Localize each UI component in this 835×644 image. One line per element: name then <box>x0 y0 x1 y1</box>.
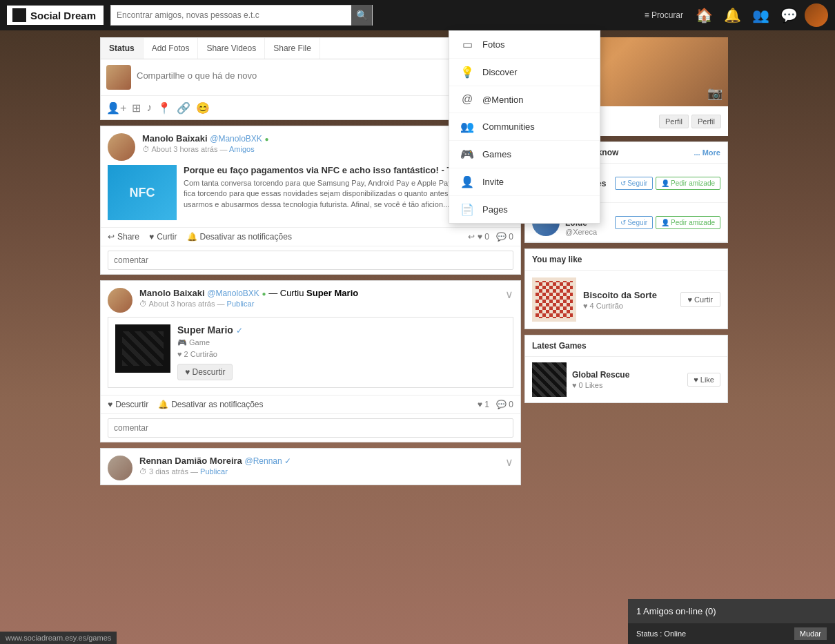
music-icon[interactable]: ♪ <box>146 101 152 114</box>
follow-button-1[interactable]: ↺ Seguir <box>615 177 653 190</box>
profile-btn-2[interactable]: Perfil <box>691 115 721 128</box>
post-card-3: Rennan Damião Moreira @Rennan ✓ ⏱ 3 dias… <box>100 448 521 485</box>
games-icon: 🎮 <box>460 148 474 161</box>
menu-label-pages: Pages <box>482 204 508 215</box>
descurtir-btn-inner[interactable]: ♥ Descurtir <box>177 364 233 380</box>
game-info-1: Global Rescue ♥ 0 Likes <box>572 370 682 389</box>
like-thumbnail-1 <box>532 277 576 322</box>
mudar-button[interactable]: Mudar <box>794 627 827 640</box>
chat-status-label: Status : Online <box>636 630 686 638</box>
latest-games-section: Latest Games Global Rescue ♥ 0 Likes ♥ L… <box>524 335 728 403</box>
logo-icon <box>12 8 26 22</box>
communities-icon: 👥 <box>460 120 474 133</box>
game-likes-1: ♥ 0 Likes <box>572 381 682 389</box>
menu-item-invite[interactable]: 👤 Invite <box>449 168 600 196</box>
notif-button-1[interactable]: 🔔 Desativar as notificações <box>187 232 292 242</box>
menu-label-games: Games <box>482 149 511 159</box>
post-link-3[interactable]: Publicar <box>200 467 228 476</box>
link-icon[interactable]: 🔗 <box>177 101 190 115</box>
tab-share-file[interactable]: Share File <box>265 38 320 59</box>
post-counts-1: ↩ ♥ 0 💬 0 <box>468 232 513 242</box>
friend-button-1[interactable]: 👤 Pedir amizade <box>656 177 720 190</box>
post-avatar-2 <box>108 288 132 313</box>
menu-item-pages[interactable]: 📄 Pages <box>449 196 600 223</box>
post-chevron-3[interactable]: ∨ <box>505 456 513 469</box>
person-buttons-2: ↺ Seguir 👤 Pedir amizade <box>615 216 720 229</box>
follow-button-2[interactable]: ↺ Seguir <box>615 216 653 229</box>
emoji-icon[interactable]: 😊 <box>196 101 210 115</box>
notifications-button[interactable]: 🔔 <box>720 6 745 25</box>
post-link-2[interactable]: Publicar <box>227 300 255 308</box>
pages-icon: 📄 <box>460 203 474 216</box>
descurtir-button-2[interactable]: ♥ Descurtir <box>108 400 148 409</box>
latest-games-title: Latest Games <box>532 341 587 351</box>
post-handle-1: @ManoloBXK <box>210 134 262 144</box>
home-button[interactable]: 🏠 <box>691 6 717 25</box>
game-like-button-1[interactable]: ♥ Like <box>687 373 720 387</box>
menu-label-communities: Communities <box>482 121 535 132</box>
camera-icon: 📷 <box>707 86 723 101</box>
game-item-1: Global Rescue ♥ 0 Likes ♥ Like <box>525 357 727 402</box>
menu-item-mention[interactable]: @ @Mention <box>449 86 600 113</box>
article-thumbnail-1 <box>108 165 177 220</box>
verified-badge-3: ✓ <box>284 456 291 466</box>
tab-add-fotos[interactable]: Add Fotos <box>144 38 199 59</box>
fotos-icon: ▭ <box>460 38 474 51</box>
search-button[interactable]: 🔍 <box>351 5 372 26</box>
add-friend-icon-2: 👤 <box>661 219 669 226</box>
you-may-like-title: You may like <box>532 255 582 264</box>
curtir-like-button[interactable]: ♥ Curtir <box>680 292 720 307</box>
top-navigation: Social Dream 🔍 ≡ Procurar 🏠 🔔 👥 💬 <box>0 0 835 30</box>
comment-count-1: 💬 0 <box>496 232 513 242</box>
post-handle-3: @Rennan <box>244 456 282 466</box>
follow-icon-1: ↺ <box>620 179 626 187</box>
menu-label-fotos: Fotos <box>482 39 505 50</box>
post-username-row-3: Rennan Damião Moreira @Rennan ✓ <box>139 456 505 466</box>
location-icon[interactable]: 📍 <box>157 101 171 115</box>
liked-game-likes: ♥ 2 Curtirão <box>177 350 243 358</box>
post-avatar-1 <box>108 133 135 161</box>
comment-box-1 <box>101 246 520 274</box>
tab-share-videos[interactable]: Share Videos <box>198 38 265 59</box>
composer-avatar <box>106 65 131 90</box>
dropdown-menu: ▭ Fotos 💡 Discover @ @Mention 👥 Communit… <box>449 30 600 224</box>
post-chevron-2[interactable]: ∨ <box>505 288 513 301</box>
tab-status[interactable]: Status <box>101 38 144 59</box>
user-avatar-nav[interactable] <box>805 3 828 27</box>
procurar-button[interactable]: ≡ Procurar <box>639 8 689 23</box>
follow-icon-2: ↺ <box>620 219 626 226</box>
liked-info: Super Mario ✓ 🎮 Game ♥ 2 Curtirão ♥ Desc… <box>177 324 243 380</box>
menu-item-games[interactable]: 🎮 Games <box>449 141 600 168</box>
grid-icon[interactable]: ⊞ <box>132 101 141 115</box>
comment-input-1[interactable] <box>108 251 513 270</box>
menu-item-discover[interactable]: 💡 Discover <box>449 59 600 86</box>
notif-button-2[interactable]: 🔔 Desativar as notificações <box>158 400 263 409</box>
post-header-3: Rennan Damião Moreira @Rennan ✓ ⏱ 3 dias… <box>101 449 520 485</box>
post-card-2: Manolo Baixaki @ManoloBXK ● — Curtiu Sup… <box>100 280 521 442</box>
post-link-1[interactable]: Amigos <box>229 145 255 153</box>
game-thumbnail-1 <box>532 362 567 397</box>
curtir-button-1[interactable]: ♥ Curtir <box>149 232 177 242</box>
like-name-1: Biscoito da Sorte <box>583 290 674 300</box>
search-input[interactable] <box>111 10 351 20</box>
logo: Social Dream <box>7 6 104 25</box>
post-meta-2: Manolo Baixaki @ManoloBXK ● — Curtiu Sup… <box>139 288 505 308</box>
people-more-link[interactable]: ... More <box>694 148 720 157</box>
post-counts-2: ♥ 1 💬 0 <box>478 400 513 409</box>
like-item-1: Biscoito da Sorte ♥ 4 Curtirão ♥ Curtir <box>525 271 727 329</box>
profile-btn-1[interactable]: Perfil <box>659 115 689 128</box>
post-time-3: ⏱ 3 dias atrás — Publicar <box>139 467 505 476</box>
you-may-like-section: You may like Biscoito da Sorte ♥ 4 Curti… <box>524 248 728 329</box>
menu-item-communities[interactable]: 👥 Communities <box>449 113 600 141</box>
liked-game-thumb <box>115 324 170 373</box>
people-button[interactable]: 👥 <box>748 6 774 25</box>
add-person-icon[interactable]: 👤+ <box>106 101 126 115</box>
nav-right: ≡ Procurar 🏠 🔔 👥 💬 <box>639 3 828 27</box>
menu-item-fotos[interactable]: ▭ Fotos <box>449 31 600 59</box>
chat-bar-status: Status : Online Mudar <box>628 623 835 644</box>
friend-button-2[interactable]: 👤 Pedir amizade <box>656 216 720 229</box>
messages-button[interactable]: 💬 <box>776 6 802 25</box>
comment-input-2[interactable] <box>108 418 513 438</box>
share-button-1[interactable]: ↩ Share <box>108 232 139 242</box>
page-body: Status Add Fotos Share Videos Share File… <box>0 30 835 644</box>
